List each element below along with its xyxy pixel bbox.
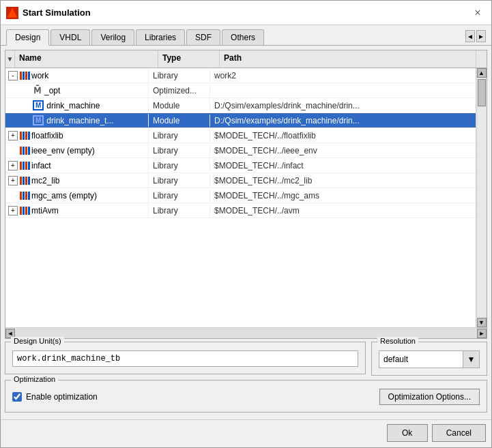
svg-rect-15 — [28, 162, 30, 170]
optimized-icon: M̄ — [33, 85, 41, 95]
app-icon-inner — [8, 8, 17, 18]
svg-rect-16 — [20, 177, 22, 185]
row-type-infact: Library — [149, 160, 210, 172]
row-name-text: mgc_ams (empty) — [31, 191, 97, 200]
table-row[interactable]: M drink_machine_t... Module D:/Qsim/exam… — [5, 113, 476, 128]
library-icon-mtiavm — [19, 205, 30, 216]
library-icon-ieee-env — [19, 145, 30, 156]
resolution-dropdown-arrow[interactable]: ▼ — [463, 351, 479, 368]
row-path-work: work2 — [210, 70, 476, 82]
row-type-mc2lib: Library — [149, 175, 210, 187]
scroll-track[interactable] — [478, 78, 486, 318]
library-icon-work — [19, 70, 30, 81]
optimization-label: Optimization — [11, 375, 58, 383]
row-type-work: Library — [149, 70, 210, 82]
library-icon-mc2lib — [19, 175, 30, 186]
main-content: ▼ Name Type Path - — [1, 46, 491, 419]
tab-arrow-left[interactable]: ◄ — [465, 30, 475, 42]
expand-mtiavm[interactable]: + — [8, 206, 18, 215]
sort-indicator[interactable]: ▼ — [5, 50, 15, 68]
expand-floatfixlib[interactable]: + — [8, 131, 18, 140]
table-row[interactable]: + floatfixlib Library $MODEL_TECH/../flo… — [5, 128, 476, 143]
row-name-floatfixlib: + floatfixlib — [5, 129, 149, 143]
svg-rect-18 — [25, 177, 27, 185]
expand-mc2lib[interactable]: + — [8, 176, 18, 185]
expand-work[interactable]: - — [8, 71, 18, 80]
ok-button[interactable]: Ok — [387, 424, 428, 442]
svg-rect-7 — [28, 132, 30, 140]
cancel-button[interactable]: Cancel — [432, 424, 486, 442]
module-icon: M — [33, 115, 44, 125]
library-icon-mgcams — [19, 190, 30, 201]
row-path-floatfixlib: $MODEL_TECH/../floatfixlib — [210, 130, 476, 142]
design-units-input[interactable] — [12, 350, 358, 367]
design-units-label: Design Unit(s) — [11, 337, 64, 345]
row-type-mgcams: Library — [149, 190, 210, 202]
row-name-text: ieee_env (empty) — [31, 146, 95, 155]
scroll-thumb[interactable] — [478, 79, 486, 106]
tab-vhdl[interactable]: VHDL — [50, 29, 90, 45]
row-name-text: drink_machine_t... — [46, 116, 113, 125]
row-path-mc2lib: $MODEL_TECH/../mc2_lib — [210, 175, 476, 187]
col-type-header: Type — [158, 50, 220, 68]
svg-rect-11 — [28, 147, 30, 155]
bottom-section: Design Unit(s) Resolution default ▼ Opti… — [5, 339, 487, 415]
tab-verilog[interactable]: Verilog — [91, 29, 134, 45]
scroll-right[interactable]: ► — [477, 329, 487, 338]
svg-rect-20 — [20, 192, 22, 200]
optimization-options-button[interactable]: Optimization Options... — [379, 389, 480, 405]
tab-sdf[interactable]: SDF — [186, 29, 220, 45]
svg-rect-26 — [25, 207, 27, 215]
row-name-mgc-ams: mgc_ams (empty) — [5, 189, 149, 203]
row-path-mtiavm: $MODEL_TECH/../avm — [210, 205, 476, 217]
design-resolution-row: Design Unit(s) Resolution default ▼ — [5, 342, 487, 376]
table-row[interactable]: M̄ _opt Optimized... — [5, 83, 476, 98]
col-path-header: Path — [220, 50, 476, 68]
resolution-select[interactable]: default ▼ — [379, 350, 480, 368]
title-bar: Start Simulation × — [1, 1, 491, 25]
table-row[interactable]: M drink_machine Module D:/Qsim/examples/… — [5, 98, 476, 113]
svg-rect-13 — [23, 162, 25, 170]
table-row[interactable]: - work Library work2 — [5, 68, 476, 83]
svg-rect-0 — [20, 72, 22, 80]
module-icon: M — [33, 100, 44, 110]
tab-libraries[interactable]: Libraries — [136, 29, 185, 45]
tree-body: - work Library work2 — [5, 68, 476, 327]
tab-arrows: ◄ ► — [465, 30, 486, 45]
optimization-checkbox-text: Enable optimization — [26, 392, 98, 402]
svg-rect-5 — [23, 132, 25, 140]
svg-rect-4 — [20, 132, 22, 140]
table-row[interactable]: + infact Library $MODEL_TECH/../infact — [5, 158, 476, 173]
scroll-down[interactable]: ▼ — [477, 318, 487, 327]
tab-others[interactable]: Others — [222, 29, 264, 45]
svg-rect-8 — [20, 147, 22, 155]
tab-arrow-right[interactable]: ► — [476, 30, 486, 42]
table-row[interactable]: ieee_env (empty) Library $MODEL_TECH/../… — [5, 143, 476, 158]
opt-row: Enable optimization Optimization Options… — [12, 389, 480, 405]
svg-rect-14 — [25, 162, 27, 170]
svg-rect-2 — [25, 72, 27, 80]
row-path-drink-machine-tb: D:/Qsim/examples/drink_machine/drin... — [210, 115, 476, 127]
svg-rect-21 — [23, 192, 25, 200]
enable-optimization-checkbox[interactable] — [12, 392, 22, 402]
tab-design[interactable]: Design — [6, 29, 49, 46]
resolution-label: Resolution — [377, 337, 418, 345]
row-name-text: mc2_lib — [31, 176, 59, 185]
table-row[interactable]: + mtiAvm Library $MODEL_TECH/../avm — [5, 203, 476, 218]
table-row[interactable]: mgc_ams (empty) Library $MODEL_TECH/../m… — [5, 188, 476, 203]
scroll-up[interactable]: ▲ — [477, 68, 487, 78]
expand-infact[interactable]: + — [8, 161, 18, 170]
tree-table: ▼ Name Type Path - — [5, 50, 487, 339]
row-name-work: - work — [5, 69, 149, 83]
svg-rect-25 — [23, 207, 25, 215]
vertical-scrollbar[interactable]: ▲ ▼ — [476, 68, 487, 327]
tabs-bar: Design VHDL Verilog Libraries SDF Others… — [1, 25, 491, 46]
close-button[interactable]: × — [469, 5, 486, 21]
resolution-value: default — [379, 355, 463, 364]
svg-rect-9 — [23, 147, 25, 155]
row-path-mgcams: $MODEL_TECH/../mgc_ams — [210, 190, 476, 202]
svg-rect-22 — [25, 192, 27, 200]
row-name-mc2lib: + mc2_lib — [5, 174, 149, 188]
svg-rect-6 — [25, 132, 27, 140]
table-row[interactable]: + mc2_lib Library $MODEL_TECH/../mc2_lib — [5, 173, 476, 188]
